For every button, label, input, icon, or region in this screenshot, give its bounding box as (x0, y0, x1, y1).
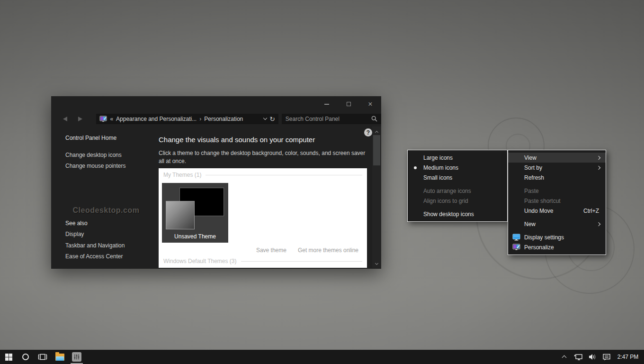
menu-item-show-desktop-icons[interactable]: Show desktop icons (408, 209, 507, 219)
see-also-heading: See also (65, 220, 88, 227)
sidebar: Control Panel Home Change desktop icons … (51, 126, 159, 269)
forward-icon (78, 117, 82, 121)
header-rule (206, 175, 362, 175)
taskbar: 2:47 PM (0, 350, 644, 364)
display-settings-icon (512, 234, 520, 241)
menu-separator (408, 206, 507, 209)
task-view-button[interactable] (34, 350, 51, 364)
sidebar-item-taskbar-navigation[interactable]: Taskbar and Navigation (65, 242, 125, 249)
scrollbar-thumb[interactable] (373, 135, 380, 165)
search-icon[interactable] (371, 116, 377, 122)
menu-item-auto-arrange[interactable]: Auto arrange icons (408, 186, 507, 196)
menu-item-small-icons[interactable]: Small icons (408, 173, 507, 182)
my-themes-label: My Themes (1) (163, 172, 201, 178)
menu-separator (508, 216, 606, 219)
cortana-button[interactable] (17, 350, 34, 364)
default-themes-label: Windows Default Themes (3) (163, 258, 237, 264)
menu-item-label: Paste shortcut (524, 198, 561, 204)
address-bar[interactable]: « Appearance and Personalizati... › Pers… (96, 114, 278, 124)
network-button[interactable] (571, 350, 585, 364)
submenu-arrow-icon (597, 222, 600, 226)
forward-button[interactable] (73, 117, 88, 121)
menu-item-paste[interactable]: Paste (508, 186, 606, 196)
menu-item-sort-by[interactable]: Sort by (508, 163, 606, 173)
help-button[interactable]: ? (364, 128, 372, 136)
menu-item-display-settings[interactable]: Display settings (508, 232, 606, 242)
menu-separator (508, 229, 606, 232)
menu-item-align-to-grid[interactable]: Align icons to grid (408, 196, 507, 206)
themes-panel: My Themes (1) Unsaved Theme Save theme G… (159, 168, 367, 268)
header-rule (241, 261, 363, 262)
menu-item-label: Paste (524, 188, 539, 194)
menu-item-label: Auto arrange icons (423, 188, 471, 194)
action-center-button[interactable] (599, 350, 614, 364)
back-button[interactable] (58, 117, 73, 121)
minimize-icon (324, 104, 329, 105)
scroll-down-icon (375, 262, 378, 265)
sidebar-item-display[interactable]: Display (65, 231, 84, 237)
maximize-button[interactable] (338, 96, 359, 112)
menu-item-label: New (524, 221, 536, 228)
refresh-icon[interactable]: ↻ (269, 116, 275, 122)
menu-item-label: Undo Move (524, 208, 553, 214)
scroll-down-button[interactable] (372, 264, 381, 264)
menu-item-refresh[interactable]: Refresh (508, 173, 606, 182)
show-hidden-icons-button[interactable] (557, 350, 571, 364)
menu-item-label: Personalize (524, 244, 554, 251)
scroll-up-icon (375, 131, 378, 134)
volume-button[interactable] (585, 350, 599, 364)
control-panel-button[interactable] (68, 350, 85, 364)
taskbar-apps (0, 350, 85, 364)
file-explorer-button[interactable] (51, 350, 68, 364)
task-view-icon (38, 353, 47, 361)
menu-item-undo-move[interactable]: Undo Move Ctrl+Z (508, 206, 606, 216)
personalization-crumb-icon (99, 116, 107, 122)
my-themes-header: My Themes (1) (163, 172, 362, 178)
start-button[interactable] (0, 350, 17, 364)
theme-links: Save theme Get more themes online (256, 247, 358, 254)
window-controls: × (316, 96, 381, 112)
personalize-icon (512, 244, 520, 251)
submenu-arrow-icon (597, 165, 600, 169)
navigation-bar: « Appearance and Personalizati... › Pers… (51, 112, 381, 126)
main-content: ? Change the visuals and sounds on your … (159, 126, 381, 269)
scroll-up-button[interactable] (372, 130, 381, 134)
sidebar-item-ease-of-access[interactable]: Ease of Access Center (65, 253, 123, 260)
window-titlebar[interactable]: × (51, 96, 381, 112)
menu-item-new[interactable]: New (508, 219, 606, 229)
personalization-window: × « Appearance and Personalizati... › Pe… (51, 96, 381, 269)
network-icon (574, 353, 583, 361)
sidebar-item-change-mouse-pointers[interactable]: Change mouse pointers (65, 163, 125, 169)
breadcrumb-current[interactable]: Personalization (204, 116, 243, 122)
scrollbar[interactable] (372, 127, 381, 268)
cortana-icon (22, 354, 29, 360)
address-dropdown-icon[interactable] (263, 116, 267, 120)
menu-item-label: View (524, 155, 537, 161)
menu-item-paste-shortcut[interactable]: Paste shortcut (508, 196, 606, 206)
get-more-themes-link[interactable]: Get more themes online (298, 247, 358, 254)
menu-item-medium-icons[interactable]: Medium icons (408, 163, 507, 173)
menu-item-label: Display settings (524, 234, 564, 241)
menu-item-view[interactable]: View (508, 153, 606, 163)
search-input[interactable] (286, 116, 371, 122)
sidebar-item-change-desktop-icons[interactable]: Change desktop icons (65, 152, 122, 158)
windows-logo-icon (5, 354, 12, 361)
sidebar-item-control-panel-home[interactable]: Control Panel Home (65, 135, 116, 141)
window-body: Control Panel Home Change desktop icons … (51, 126, 381, 269)
minimize-button[interactable] (316, 96, 338, 112)
theme-tile-unsaved[interactable]: Unsaved Theme (162, 183, 228, 243)
menu-item-personalize[interactable]: Personalize (508, 242, 606, 252)
close-button[interactable]: × (359, 96, 381, 112)
chevron-up-icon (562, 355, 566, 360)
breadcrumb-parent[interactable]: Appearance and Personalizati... (116, 116, 197, 122)
taskbar-clock[interactable]: 2:47 PM (614, 354, 642, 360)
desktop[interactable]: { "window": { "controls": { "close_glyph… (0, 0, 644, 364)
submenu-arrow-icon (597, 155, 600, 159)
save-theme-link[interactable]: Save theme (256, 247, 286, 254)
theme-name: Unsaved Theme (162, 233, 228, 240)
menu-item-label: Refresh (524, 174, 544, 181)
close-icon: × (368, 100, 372, 108)
breadcrumb-prefix: « (110, 116, 113, 122)
page-title: Change the visuals and sounds on your co… (159, 136, 315, 144)
menu-item-large-icons[interactable]: Large icons (408, 153, 507, 163)
